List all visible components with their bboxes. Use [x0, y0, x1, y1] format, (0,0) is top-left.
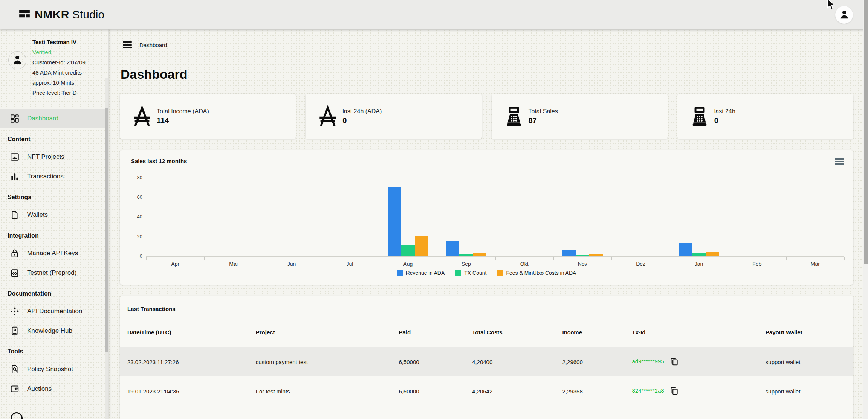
table-body: 23.02.2023 11:27:26custom payment test6,… [120, 347, 853, 406]
x-axis-label: Mär [786, 261, 844, 267]
x-axis-tick [437, 257, 437, 260]
column-header: Income [555, 329, 625, 335]
transactions-icon [10, 172, 20, 181]
customer-id: Customer-Id: 216209 [32, 57, 86, 67]
bar-revenue-in-ada [562, 250, 576, 256]
chart-slots [146, 169, 844, 256]
menu-toggle-button[interactable] [123, 41, 132, 48]
x-axis-label: Nov [553, 261, 611, 267]
bar-revenue-in-ada [446, 241, 459, 256]
sidebar-item-transactions[interactable]: Transactions [0, 167, 108, 186]
sidebar: Testi Testman IV Verified Customer-Id: 2… [0, 29, 108, 419]
x-axis-label: Dez [611, 261, 669, 267]
partial-sidebar-icon [11, 412, 23, 419]
sidebar-item-manage-api-keys[interactable]: Manage API Keys [0, 244, 108, 263]
x-axis-tick [728, 257, 728, 260]
sidebar-item-nft-projects[interactable]: NFT Projects [0, 147, 108, 167]
nmkr-logo[interactable]: NMKR Studio [19, 8, 104, 21]
copy-icon[interactable] [669, 386, 679, 397]
bar-group-jun [263, 169, 321, 256]
x-axis-tick [611, 257, 612, 260]
gridline [146, 216, 844, 216]
api-keys-lock-icon [10, 248, 20, 258]
ada-symbol-icon [131, 105, 153, 128]
cell-income: 2,29358 [555, 388, 625, 395]
column-header: Total Costs [465, 329, 555, 335]
sidebar-item-knowledge-hub[interactable]: Knowledge Hub [0, 321, 108, 341]
nft-projects-icon [10, 152, 20, 162]
x-axis-tick [844, 257, 845, 260]
sidebar-section-heading-integration: Integration [0, 225, 108, 244]
table-header-row: Date/Time (UTC) Project Paid Total Costs… [120, 317, 853, 347]
sidebar-item-label: Knowledge Hub [27, 327, 72, 335]
chart-area: 020406080 [129, 169, 844, 257]
sidebar-scrollbar [105, 78, 108, 419]
y-axis-tick-label: 20 [137, 233, 142, 239]
stat-value: 87 [529, 116, 558, 125]
stat-title: last 24h (ADA) [342, 108, 382, 115]
cell-paid: 6,50000 [391, 359, 465, 365]
sidebar-item-dashboard[interactable]: Dashboard [0, 109, 108, 128]
legend-label: TX Count [464, 270, 486, 276]
sidebar-section-heading-content: Content [0, 128, 108, 147]
copy-icon[interactable] [669, 357, 679, 367]
sidebar-item-policy-snapshot[interactable]: Policy Snapshot [0, 360, 108, 379]
verified-badge: Verified [32, 47, 86, 57]
chart-plot [146, 169, 844, 257]
x-axis-label: Feb [728, 261, 786, 267]
stat-title: last 24h [714, 108, 735, 115]
page-scrollbar-thumb[interactable] [864, 0, 868, 264]
approx-mints: approx. 10 Mints [32, 78, 86, 88]
cell-datetime: 19.01.2023 21:04:36 [120, 388, 248, 395]
knowledge-hub-icon [10, 326, 20, 336]
x-axis-tick [670, 257, 670, 260]
chart-x-ticks [146, 257, 844, 260]
bar-tx-count [459, 254, 473, 256]
column-header: Paid [391, 329, 465, 335]
stat-value: 0 [714, 116, 735, 125]
dashboard-icon [10, 114, 20, 123]
txid-link[interactable]: 824******2a8 [632, 387, 664, 394]
user-name: Testi Testman IV [32, 37, 86, 47]
sidebar-item-label: Policy Snapshot [27, 366, 73, 373]
sidebar-menu: DashboardContentNFT ProjectsTransactions… [0, 109, 108, 399]
txid-link[interactable]: ad9******995 [632, 358, 664, 364]
sidebar-item-auctions[interactable]: Auctions [0, 379, 108, 399]
bar-revenue-in-ada [388, 187, 401, 256]
table-title: Last Transactions [120, 296, 853, 312]
x-axis-label: Jun [263, 261, 321, 267]
x-axis-tick [379, 257, 379, 260]
api-docs-arrows-icon [10, 306, 20, 316]
bar-fees-minutxo-costs-in-ada [415, 236, 428, 256]
table-row: 19.01.2023 21:04:36For test mints6,50000… [120, 376, 853, 406]
cell-txid: ad9******995 [624, 357, 758, 367]
mint-credits: 48 ADA Mint credits [32, 67, 86, 78]
stat-card-total-sales: Total Sales 87 [492, 94, 668, 139]
brand-name: NMKR [35, 8, 69, 21]
legend-item-tx-count[interactable]: TX Count [455, 270, 486, 276]
bar-group-okt [495, 169, 553, 256]
cell-txid: 824******2a8 [624, 386, 758, 397]
sidebar-scrollbar-thumb[interactable] [105, 108, 108, 352]
chart-menu-button[interactable] [835, 158, 844, 165]
user-avatar-button[interactable] [835, 6, 853, 24]
stat-title: Total Sales [529, 108, 558, 115]
sidebar-item-testnet-preprod[interactable]: Testnet (Preprod) [0, 263, 108, 283]
topbar: NMKR Studio [0, 0, 868, 29]
x-axis-label: Sep [437, 261, 495, 267]
sidebar-item-label: Auctions [27, 385, 52, 393]
y-axis-tick-label: 60 [137, 194, 142, 200]
bar-fees-minutxo-costs-in-ada [589, 254, 603, 256]
sidebar-item-api-documentation[interactable]: API Documentation [0, 302, 108, 321]
legend-item-fees-minutxo-costs-in-ada[interactable]: Fees & MinUtxo Costs in ADA [497, 270, 576, 276]
cell-payout-wallet: support wallet [758, 359, 853, 365]
testnet-code-icon [10, 268, 20, 278]
bar-group-apr [146, 169, 204, 256]
sidebar-item-label: API Documentation [27, 308, 82, 315]
sidebar-item-wallets[interactable]: Wallets [0, 205, 108, 225]
legend-item-revenue-in-ada[interactable]: Revenue in ADA [397, 270, 445, 276]
sidebar-item-label: Dashboard [27, 115, 58, 122]
bar-group-aug [379, 169, 437, 256]
x-axis-tick [495, 257, 496, 260]
sidebar-avatar [8, 51, 26, 69]
